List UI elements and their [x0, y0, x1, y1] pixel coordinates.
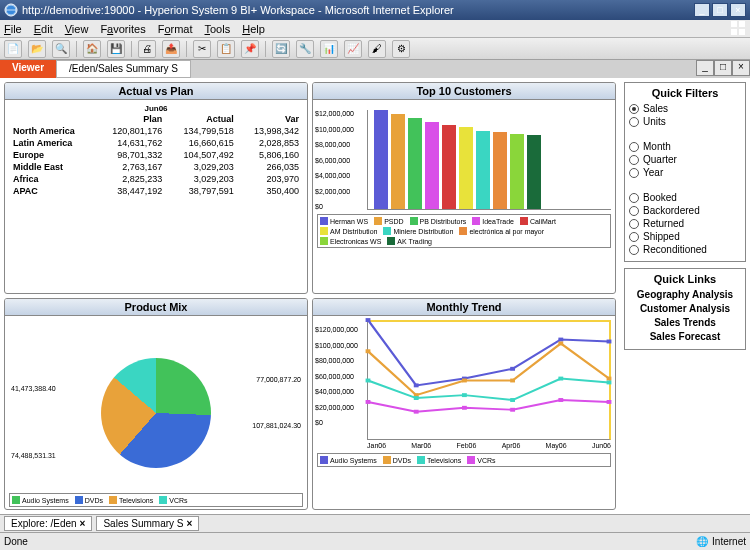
path-tab[interactable]: /Eden/Sales Summary S: [56, 60, 191, 78]
toolbar-tool3-button[interactable]: 📈: [344, 40, 362, 58]
legend-item: Electronicas WS: [320, 237, 381, 245]
toolbar-explore-button[interactable]: 🔍: [52, 40, 70, 58]
svg-rect-24: [414, 410, 419, 414]
ie-icon: [4, 3, 18, 17]
svg-rect-17: [366, 379, 371, 383]
app-toolbar: 📄 📂 🔍 🏠 💾 🖨 📤 ✂ 📋 📌 🔄 🔧 📊 📈 🖌 ⚙: [0, 38, 750, 60]
svg-rect-27: [558, 398, 563, 402]
quick-links-panel: Quick Links Geography AnalysisCustomer A…: [624, 268, 746, 350]
legend-item: CaliMart: [520, 217, 556, 225]
pie-label: 74,488,531.31: [11, 452, 56, 459]
quick-filters-panel: Quick Filters SalesUnits MonthQuarterYea…: [624, 82, 746, 262]
window-maximize-button[interactable]: □: [712, 3, 728, 17]
quick-link[interactable]: Customer Analysis: [629, 303, 741, 314]
toolbar-tool5-button[interactable]: ⚙: [392, 40, 410, 58]
doc-minimize-button[interactable]: _: [696, 60, 714, 76]
filter-sales[interactable]: Sales: [629, 103, 741, 114]
quick-link[interactable]: Sales Forecast: [629, 331, 741, 342]
toolbar-tool4-button[interactable]: 🖌: [368, 40, 386, 58]
top10-bar-chart: [367, 110, 611, 210]
legend-item: PSDD: [374, 217, 403, 225]
filter-booked[interactable]: Booked: [629, 192, 741, 203]
svg-rect-21: [558, 377, 563, 381]
statusbar: Done 🌐 Internet: [0, 532, 750, 550]
doc-close-button[interactable]: ×: [732, 60, 750, 76]
filter-month[interactable]: Month: [629, 141, 741, 152]
menu-view[interactable]: View: [65, 23, 89, 35]
workspace: Actual vs Plan Jun06 PlanActualVar North…: [0, 78, 750, 514]
svg-rect-14: [510, 379, 515, 383]
bar-Herman WS: [374, 110, 388, 209]
radio-icon: [629, 104, 639, 114]
toolbar-print-button[interactable]: 🖨: [138, 40, 156, 58]
close-icon[interactable]: ×: [80, 518, 86, 529]
window-minimize-button[interactable]: _: [694, 3, 710, 17]
toolbar-cut-button[interactable]: ✂: [193, 40, 211, 58]
legend-item: Miniere Distribution: [383, 227, 453, 235]
window-close-button[interactable]: ×: [730, 3, 746, 17]
toolbar-refresh-button[interactable]: 🔄: [272, 40, 290, 58]
toolbar-tool1-button[interactable]: 🔧: [296, 40, 314, 58]
filter-year[interactable]: Year: [629, 167, 741, 178]
toolbar-new-button[interactable]: 📄: [4, 40, 22, 58]
legend-item: Televisions: [109, 496, 153, 504]
bar-Electronicas WS: [510, 134, 524, 209]
svg-rect-20: [510, 398, 515, 402]
bar-CaliMart: [442, 125, 456, 209]
legend-item: Audio Systems: [320, 456, 377, 464]
toolbar-open-button[interactable]: 📂: [28, 40, 46, 58]
legend-item: Herman WS: [320, 217, 368, 225]
pie-label: 107,881,024.30: [252, 422, 301, 429]
viewer-tab[interactable]: Viewer: [0, 60, 56, 78]
quick-link[interactable]: Geography Analysis: [629, 289, 741, 300]
legend-item: Audio Systems: [12, 496, 69, 504]
status-zone: Internet: [712, 536, 746, 547]
radio-icon: [629, 245, 639, 255]
doc-restore-button[interactable]: □: [714, 60, 732, 76]
monthly-trend-legend: Audio SystemsDVDsTelevisionsVCRs: [317, 453, 611, 467]
svg-rect-5: [366, 318, 371, 322]
menu-format[interactable]: Format: [158, 23, 193, 35]
dashboard-grid: Actual vs Plan Jun06 PlanActualVar North…: [0, 78, 620, 514]
toolbar-home-button[interactable]: 🏠: [83, 40, 101, 58]
menu-favorites[interactable]: Favorites: [100, 23, 145, 35]
toolbar-export-button[interactable]: 📤: [162, 40, 180, 58]
sidebar: Quick Filters SalesUnits MonthQuarterYea…: [620, 78, 750, 514]
status-done: Done: [4, 536, 28, 547]
svg-rect-28: [607, 400, 612, 404]
bar-AM Distribution: [459, 127, 473, 210]
toolbar-tool2-button[interactable]: 📊: [320, 40, 338, 58]
radio-icon: [629, 168, 639, 178]
actual-vs-plan-table: PlanActualVar North America120,801,17613…: [9, 113, 303, 197]
filter-units[interactable]: Units: [629, 116, 741, 127]
pie-label: 41,473,388.40: [11, 385, 56, 392]
filter-reconditioned[interactable]: Reconditioned: [629, 244, 741, 255]
document-tab[interactable]: Sales Summary S ×: [96, 516, 199, 531]
svg-rect-23: [366, 400, 371, 404]
toolbar-paste-button[interactable]: 📌: [241, 40, 259, 58]
table-row: Latin America14,631,76216,660,6152,028,8…: [9, 137, 303, 149]
product-mix-legend: Audio SystemsDVDsTelevisionsVCRs: [9, 493, 303, 507]
menu-tools[interactable]: Tools: [205, 23, 231, 35]
quick-link[interactable]: Sales Trends: [629, 317, 741, 328]
filter-backordered[interactable]: Backordered: [629, 205, 741, 216]
svg-rect-13: [462, 379, 467, 383]
bar-electrónica al por mayor: [493, 132, 507, 209]
toolbar-copy-button[interactable]: 📋: [217, 40, 235, 58]
filter-quarter[interactable]: Quarter: [629, 154, 741, 165]
explore-tab[interactable]: Explore: /Eden ×: [4, 516, 92, 531]
svg-rect-25: [462, 406, 467, 410]
app-menubar: File Edit View Favorites Format Tools He…: [0, 20, 750, 38]
menu-help[interactable]: Help: [242, 23, 265, 35]
toolbar-save-button[interactable]: 💾: [107, 40, 125, 58]
monthly-trend-chart: [367, 320, 611, 440]
close-icon[interactable]: ×: [186, 518, 192, 529]
table-row: North America120,801,176134,799,51813,99…: [9, 125, 303, 137]
app-logo-icon: [730, 20, 746, 38]
menu-edit[interactable]: Edit: [34, 23, 53, 35]
svg-rect-4: [739, 29, 745, 35]
filter-shipped[interactable]: Shipped: [629, 231, 741, 242]
bar-PSDD: [391, 114, 405, 209]
menu-file[interactable]: File: [4, 23, 22, 35]
filter-returned[interactable]: Returned: [629, 218, 741, 229]
